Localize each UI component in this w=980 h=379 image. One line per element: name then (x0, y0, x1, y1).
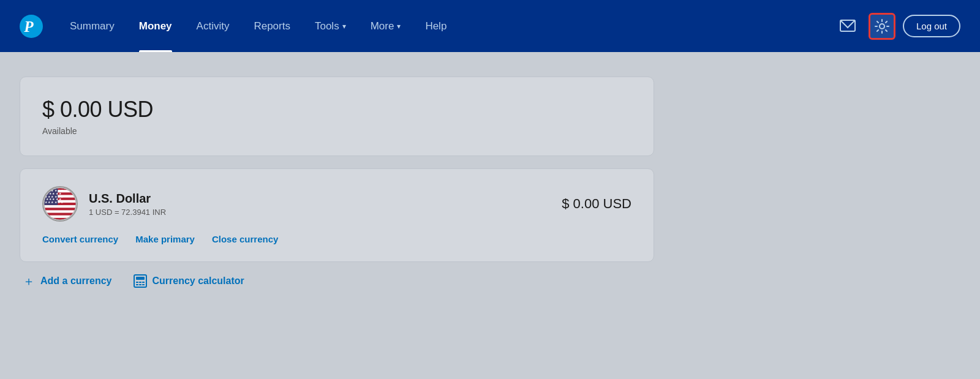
nav-item-help[interactable]: Help (413, 0, 459, 52)
nav-items: Summary Money Activity Reports Tools ▾ M… (58, 0, 834, 52)
svg-point-2 (880, 24, 884, 29)
svg-rect-24 (139, 284, 141, 285)
nav-item-summary[interactable]: Summary (58, 0, 127, 52)
nav-item-money[interactable]: Money (127, 0, 184, 52)
nav-item-activity[interactable]: Activity (184, 0, 242, 52)
svg-rect-21 (139, 282, 141, 283)
gear-icon (874, 18, 890, 34)
currency-balance: $ 0.00 USD (562, 196, 631, 212)
svg-text:★ ★ ★ ★ ★ ★: ★ ★ ★ ★ ★ ★ (45, 201, 64, 204)
currency-name: U.S. Dollar (89, 192, 166, 206)
add-currency-label: Add a currency (40, 276, 111, 287)
convert-currency-link[interactable]: Convert currency (42, 234, 118, 244)
balance-label: Available (42, 126, 631, 136)
nav-item-tools[interactable]: Tools ▾ (303, 0, 358, 52)
currency-info: ★ ★ ★ ★ ★ ★ ★ ★ ★ ★ ★ ★ ★ ★ ★ ★ ★ ★ ★ ★ … (42, 186, 166, 222)
navbar: P Summary Money Activity Reports Tools ▾… (0, 0, 980, 52)
paypal-icon: P (20, 15, 43, 38)
close-currency-link[interactable]: Close currency (212, 234, 278, 244)
make-primary-link[interactable]: Make primary (135, 234, 195, 244)
svg-rect-9 (43, 210, 77, 212)
currency-card: ★ ★ ★ ★ ★ ★ ★ ★ ★ ★ ★ ★ ★ ★ ★ ★ ★ ★ ★ ★ … (20, 168, 654, 262)
svg-rect-20 (136, 282, 138, 283)
message-icon (839, 18, 856, 35)
svg-rect-22 (142, 282, 145, 283)
svg-rect-8 (43, 205, 77, 208)
exchange-rate: 1 USD = 72.3941 INR (89, 208, 166, 217)
settings-button[interactable] (869, 13, 895, 40)
more-chevron-icon: ▾ (397, 22, 401, 31)
calculator-icon (134, 274, 147, 288)
paypal-logo[interactable]: P (20, 15, 43, 38)
currency-row: ★ ★ ★ ★ ★ ★ ★ ★ ★ ★ ★ ★ ★ ★ ★ ★ ★ ★ ★ ★ … (42, 186, 631, 222)
currency-text: U.S. Dollar 1 USD = 72.3941 INR (89, 192, 166, 217)
tools-chevron-icon: ▾ (342, 22, 346, 31)
currency-calculator-button[interactable]: Currency calculator (134, 274, 244, 288)
plus-icon: ＋ (22, 274, 36, 288)
svg-rect-25 (142, 284, 145, 285)
currency-actions: Convert currency Make primary Close curr… (42, 234, 631, 244)
bottom-actions: ＋ Add a currency Currency calculator (20, 274, 654, 288)
svg-rect-19 (136, 277, 145, 280)
balance-amount: $ 0.00 USD (42, 97, 631, 122)
messages-button[interactable] (834, 13, 861, 40)
nav-item-more[interactable]: More ▾ (358, 0, 413, 52)
svg-rect-10 (43, 216, 77, 218)
svg-rect-23 (136, 284, 138, 285)
svg-text:P: P (23, 18, 34, 35)
navbar-right: Log out (834, 13, 960, 40)
nav-item-reports[interactable]: Reports (241, 0, 303, 52)
main-content: $ 0.00 USD Available (0, 52, 674, 312)
us-flag-icon: ★ ★ ★ ★ ★ ★ ★ ★ ★ ★ ★ ★ ★ ★ ★ ★ ★ ★ ★ ★ … (43, 186, 77, 222)
balance-card: $ 0.00 USD Available (20, 77, 654, 156)
add-currency-button[interactable]: ＋ Add a currency (22, 274, 111, 288)
currency-calculator-label: Currency calculator (152, 276, 244, 287)
logout-button[interactable]: Log out (903, 15, 960, 37)
currency-flag: ★ ★ ★ ★ ★ ★ ★ ★ ★ ★ ★ ★ ★ ★ ★ ★ ★ ★ ★ ★ … (42, 186, 78, 222)
